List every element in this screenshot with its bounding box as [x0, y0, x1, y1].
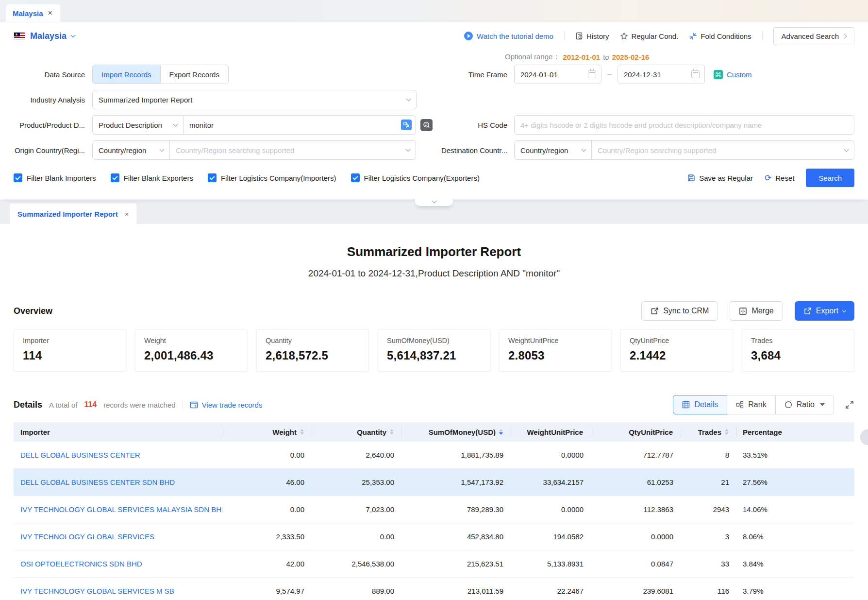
importer-link[interactable]: DELL GLOBAL BUSINESS CENTER [20, 451, 140, 459]
tutorial-link[interactable]: Watch the tutorial demo [464, 32, 553, 40]
cell-weight: 0.00 [222, 505, 312, 514]
reset-label: Reset [775, 174, 794, 182]
stat-card-qty-unit-price: QtyUnitPrice 2.1442 [620, 329, 733, 372]
report-title: Summarized Importer Report [14, 224, 854, 259]
product-keyword-input[interactable] [184, 121, 401, 129]
industry-analysis-select[interactable]: Summarized Importer Report [92, 90, 417, 109]
collapse-panel-handle[interactable] [415, 198, 453, 206]
cell-sum: 1,547,173.92 [402, 478, 511, 486]
window-tab-malaysia[interactable]: Malaysia × [6, 4, 60, 22]
rank-view-button[interactable]: Rank [727, 395, 775, 414]
merge-label: Merge [751, 307, 773, 315]
origin-country-label: Origin Country(Regi... [14, 146, 85, 154]
merge-button[interactable]: Merge [730, 301, 783, 321]
malaysia-flag-icon [14, 32, 25, 40]
stat-card-importer: Importer 114 [14, 329, 126, 372]
destination-country-input[interactable] [592, 146, 845, 154]
report-tab[interactable]: Summarized Importer Report × [10, 204, 136, 224]
chevron-down-icon [71, 33, 76, 38]
custom-range-link[interactable]: Custom [714, 70, 752, 79]
history-button[interactable]: History [575, 32, 609, 40]
stat-label: WeightUnitPrice [508, 337, 602, 344]
cell-trades: 3 [681, 532, 737, 541]
cell-qty-unit-price: 712.7787 [591, 451, 681, 459]
product-type-select[interactable]: Product Description [92, 115, 184, 135]
date-from-field[interactable] [514, 65, 601, 84]
optional-range-to: 2025-02-16 [612, 53, 650, 61]
data-source-label: Data Source [14, 70, 85, 79]
date-to-field[interactable] [618, 65, 705, 84]
details-view-button[interactable]: Details [673, 395, 727, 414]
search-panel: Optional range： 2012-01-01 to 2025-02-16… [0, 50, 868, 199]
hs-code-input[interactable] [515, 121, 854, 129]
filter-logistics-exporters-checkbox[interactable]: Filter Logistics Company(Exporters) [351, 173, 480, 182]
cell-trades: 2943 [681, 505, 737, 514]
filter-blank-importers-checkbox[interactable]: Filter Blank Importers [14, 173, 96, 182]
filter-blank-exporters-checkbox[interactable]: Filter Blank Exporters [111, 173, 193, 182]
fold-conditions-button[interactable]: Fold Conditions [689, 32, 751, 40]
translate-icon[interactable] [401, 120, 412, 130]
advanced-search-button[interactable]: Advanced Search [773, 27, 854, 45]
report-tab-label: Summarized Importer Report [17, 210, 118, 218]
cell-sum: 213,011.59 [402, 587, 511, 595]
hs-code-field[interactable] [514, 115, 854, 135]
col-header-percentage: Percentage [737, 427, 854, 437]
close-icon[interactable]: × [48, 9, 52, 17]
divider [564, 32, 565, 40]
destination-country-type-select[interactable]: Country/region [514, 140, 592, 160]
import-records-tab[interactable]: Import Records [93, 65, 160, 84]
product-label: Product/Product D... [14, 121, 85, 129]
industry-analysis-label: Industry Analysis [14, 96, 85, 104]
country-selector[interactable]: Malaysia [14, 31, 75, 41]
view-trade-records-link[interactable]: View trade records [190, 401, 263, 409]
importer-link[interactable]: IVY TECHNOLOGY GLOBAL SERVICES [20, 532, 154, 541]
rank-view-label: Rank [748, 400, 766, 409]
matched-suffix: records were matched [103, 401, 175, 409]
sort-toggle[interactable] [390, 429, 394, 435]
reset-button[interactable]: ⟳ Reset [765, 174, 794, 182]
date-to-input[interactable] [618, 70, 691, 79]
details-view-label: Details [694, 400, 718, 409]
export-records-tab[interactable]: Export Records [160, 65, 228, 84]
product-keyword-field[interactable] [184, 115, 416, 135]
export-button[interactable]: Export [795, 301, 854, 321]
records-window-icon [190, 401, 198, 409]
importer-link[interactable]: IVY TECHNOLOGY GLOBAL SERVICES M SB [20, 587, 174, 595]
stat-value: 2.8053 [508, 349, 602, 362]
importer-link[interactable]: DELL GLOBAL BUSINESS CENTER SDN BHD [20, 478, 175, 486]
destination-country-field[interactable] [592, 140, 854, 160]
origin-country-field[interactable] [170, 140, 416, 160]
filter-logistics-importers-checkbox[interactable]: Filter Logistics Company(Importers) [208, 173, 336, 182]
save-as-regular-label: Save as Regular [699, 174, 753, 182]
origin-country-type-select[interactable]: Country/region [92, 140, 170, 160]
synonym-search-icon[interactable] [420, 119, 433, 131]
fullscreen-icon[interactable] [845, 400, 854, 410]
sync-to-crm-button[interactable]: Sync to CRM [641, 301, 718, 321]
sort-toggle[interactable] [725, 429, 729, 435]
table-row: IVY TECHNOLOGY GLOBAL SERVICES M SB 9,57… [14, 578, 854, 600]
overview-cards: Importer 114 Weight 2,001,486.43 Quantit… [14, 329, 854, 372]
time-frame-label: Time Frame [437, 70, 507, 79]
stat-value: 5,614,837.21 [387, 349, 481, 362]
save-as-regular-button[interactable]: Save as Regular [687, 174, 753, 182]
close-icon[interactable]: × [125, 210, 129, 218]
regular-cond-button[interactable]: Regular Cond. [620, 32, 679, 40]
ratio-view-button[interactable]: Ratio [775, 395, 834, 414]
search-button[interactable]: Search [806, 169, 854, 187]
origin-country-input[interactable] [170, 146, 406, 154]
sort-toggle[interactable] [300, 429, 304, 435]
cell-weight-unit-price: 0.0000 [511, 451, 591, 459]
report-subtitle: 2024-01-01 to 2024-12-31,Product Descrip… [14, 268, 854, 279]
cell-percentage: 33.51% [737, 451, 854, 459]
date-from-input[interactable] [515, 70, 588, 79]
cell-qty-unit-price: 239.6081 [591, 587, 681, 595]
col-header-qty-unit-price: QtyUnitPrice [591, 427, 681, 437]
cell-weight-unit-price: 22.2467 [511, 587, 591, 595]
importer-link[interactable]: IVY TECHNOLOGY GLOBAL SERVICES MALAYSIA … [20, 505, 222, 514]
col-header-sum-of-money: SumOfMoney(USD) [402, 427, 511, 437]
importer-link[interactable]: OSI OPTOELECTRONICS SDN BHD [20, 560, 142, 568]
sort-toggle-active-desc[interactable] [499, 429, 503, 435]
cell-qty-unit-price: 112.3863 [591, 505, 681, 514]
stat-label: SumOfMoney(USD) [387, 337, 481, 344]
cell-quantity: 25,353.00 [312, 478, 402, 486]
